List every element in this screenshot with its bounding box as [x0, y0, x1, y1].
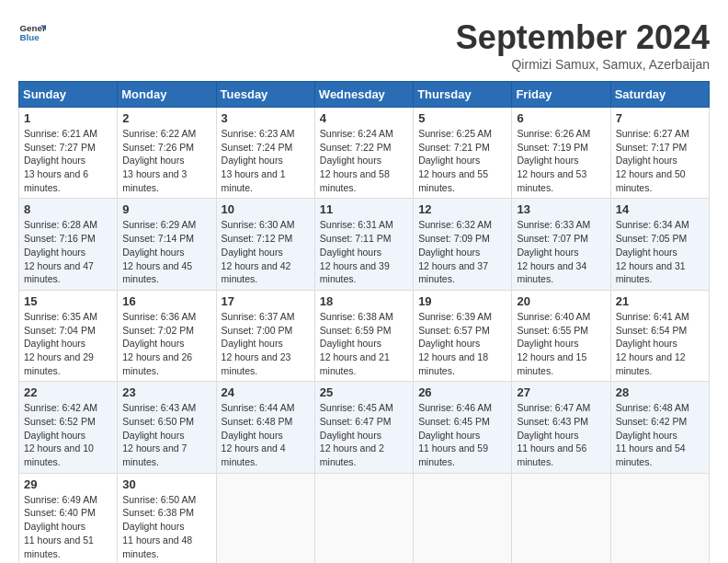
calendar-cell: 14Sunrise: 6:34 AMSunset: 7:05 PMDayligh…	[610, 199, 709, 290]
calendar-cell: 11Sunrise: 6:31 AMSunset: 7:11 PMDayligh…	[314, 199, 413, 290]
day-info: Sunrise: 6:31 AMSunset: 7:11 PMDaylight …	[320, 218, 408, 285]
day-info: Sunrise: 6:46 AMSunset: 6:45 PMDaylight …	[418, 401, 506, 468]
day-number: 9	[122, 202, 210, 216]
weekday-header-wednesday: Wednesday	[314, 82, 413, 108]
calendar-cell: 12Sunrise: 6:32 AMSunset: 7:09 PMDayligh…	[414, 199, 512, 290]
day-number: 13	[517, 202, 605, 216]
calendar-cell	[314, 473, 413, 563]
day-number: 10	[222, 202, 310, 216]
day-info: Sunrise: 6:36 AMSunset: 7:02 PMDaylight …	[122, 310, 210, 377]
day-number: 22	[24, 385, 112, 399]
day-number: 18	[320, 294, 408, 308]
location-subtitle: Qirmizi Samux, Samux, Azerbaijan	[456, 57, 710, 72]
day-info: Sunrise: 6:48 AMSunset: 6:42 PMDaylight …	[616, 401, 704, 468]
calendar-cell: 19Sunrise: 6:39 AMSunset: 6:57 PMDayligh…	[414, 290, 512, 381]
weekday-header-monday: Monday	[118, 82, 216, 108]
day-number: 4	[320, 111, 408, 125]
calendar-cell: 2Sunrise: 6:22 AMSunset: 7:26 PMDaylight…	[118, 108, 216, 199]
calendar-cell: 24Sunrise: 6:44 AMSunset: 6:48 PMDayligh…	[216, 382, 314, 473]
calendar-week-row: 8Sunrise: 6:28 AMSunset: 7:16 PMDaylight…	[19, 199, 710, 290]
day-number: 3	[222, 111, 310, 125]
day-info: Sunrise: 6:41 AMSunset: 6:54 PMDaylight …	[616, 310, 704, 377]
calendar-cell: 13Sunrise: 6:33 AMSunset: 7:07 PMDayligh…	[512, 199, 610, 290]
day-info: Sunrise: 6:37 AMSunset: 7:00 PMDaylight …	[222, 310, 310, 377]
day-info: Sunrise: 6:33 AMSunset: 7:07 PMDaylight …	[517, 218, 605, 285]
day-info: Sunrise: 6:22 AMSunset: 7:26 PMDaylight …	[122, 127, 210, 194]
calendar-cell: 1Sunrise: 6:21 AMSunset: 7:27 PMDaylight…	[19, 108, 118, 199]
calendar-cell: 23Sunrise: 6:43 AMSunset: 6:50 PMDayligh…	[118, 382, 216, 473]
calendar-cell: 30Sunrise: 6:50 AMSunset: 6:38 PMDayligh…	[118, 473, 216, 563]
day-info: Sunrise: 6:28 AMSunset: 7:16 PMDaylight …	[24, 218, 112, 285]
day-info: Sunrise: 6:26 AMSunset: 7:19 PMDaylight …	[517, 127, 605, 194]
day-info: Sunrise: 6:44 AMSunset: 6:48 PMDaylight …	[222, 401, 310, 468]
day-number: 11	[320, 202, 408, 216]
logo: General Blue	[18, 18, 46, 46]
weekday-header-row: SundayMondayTuesdayWednesdayThursdayFrid…	[19, 82, 710, 108]
calendar-cell	[414, 473, 512, 563]
day-number: 16	[122, 294, 210, 308]
day-info: Sunrise: 6:24 AMSunset: 7:22 PMDaylight …	[320, 127, 408, 194]
calendar-cell: 9Sunrise: 6:29 AMSunset: 7:14 PMDaylight…	[118, 199, 216, 290]
day-number: 5	[418, 111, 506, 125]
day-number: 26	[418, 385, 506, 399]
logo-icon: General Blue	[18, 18, 46, 46]
day-number: 30	[122, 477, 210, 491]
calendar-cell: 18Sunrise: 6:38 AMSunset: 6:59 PMDayligh…	[314, 290, 413, 381]
month-title: September 2024	[456, 18, 710, 57]
day-info: Sunrise: 6:42 AMSunset: 6:52 PMDaylight …	[24, 401, 112, 468]
calendar-cell: 22Sunrise: 6:42 AMSunset: 6:52 PMDayligh…	[19, 382, 118, 473]
calendar-cell: 15Sunrise: 6:35 AMSunset: 7:04 PMDayligh…	[19, 290, 118, 381]
day-info: Sunrise: 6:25 AMSunset: 7:21 PMDaylight …	[418, 127, 506, 194]
day-number: 25	[320, 385, 408, 399]
svg-text:General: General	[20, 23, 47, 33]
day-info: Sunrise: 6:23 AMSunset: 7:24 PMDaylight …	[222, 127, 310, 194]
day-info: Sunrise: 6:39 AMSunset: 6:57 PMDaylight …	[418, 310, 506, 377]
calendar-cell: 20Sunrise: 6:40 AMSunset: 6:55 PMDayligh…	[512, 290, 610, 381]
calendar-cell: 16Sunrise: 6:36 AMSunset: 7:02 PMDayligh…	[118, 290, 216, 381]
calendar-cell: 21Sunrise: 6:41 AMSunset: 6:54 PMDayligh…	[610, 290, 709, 381]
day-info: Sunrise: 6:40 AMSunset: 6:55 PMDaylight …	[517, 310, 605, 377]
title-area: September 2024 Qirmizi Samux, Samux, Aze…	[456, 18, 710, 72]
day-number: 14	[616, 202, 704, 216]
day-number: 19	[418, 294, 506, 308]
day-number: 23	[122, 385, 210, 399]
calendar-cell: 25Sunrise: 6:45 AMSunset: 6:47 PMDayligh…	[314, 382, 413, 473]
day-info: Sunrise: 6:47 AMSunset: 6:43 PMDaylight …	[517, 401, 605, 468]
calendar-cell: 6Sunrise: 6:26 AMSunset: 7:19 PMDaylight…	[512, 108, 610, 199]
header: General Blue September 2024 Qirmizi Samu…	[18, 18, 710, 72]
day-number: 6	[517, 111, 605, 125]
calendar-week-row: 22Sunrise: 6:42 AMSunset: 6:52 PMDayligh…	[19, 382, 710, 473]
calendar-week-row: 1Sunrise: 6:21 AMSunset: 7:27 PMDaylight…	[19, 108, 710, 199]
weekday-header-tuesday: Tuesday	[216, 82, 314, 108]
day-info: Sunrise: 6:38 AMSunset: 6:59 PMDaylight …	[320, 310, 408, 377]
weekday-header-friday: Friday	[512, 82, 610, 108]
day-info: Sunrise: 6:32 AMSunset: 7:09 PMDaylight …	[418, 218, 506, 285]
calendar-cell	[216, 473, 314, 563]
calendar-cell: 5Sunrise: 6:25 AMSunset: 7:21 PMDaylight…	[414, 108, 512, 199]
day-number: 7	[616, 111, 704, 125]
calendar-cell: 27Sunrise: 6:47 AMSunset: 6:43 PMDayligh…	[512, 382, 610, 473]
day-number: 2	[122, 111, 210, 125]
day-info: Sunrise: 6:49 AMSunset: 6:40 PMDaylight …	[24, 493, 112, 560]
day-number: 24	[222, 385, 310, 399]
day-info: Sunrise: 6:30 AMSunset: 7:12 PMDaylight …	[222, 218, 310, 285]
day-info: Sunrise: 6:43 AMSunset: 6:50 PMDaylight …	[122, 401, 210, 468]
day-number: 27	[517, 385, 605, 399]
calendar-cell: 17Sunrise: 6:37 AMSunset: 7:00 PMDayligh…	[216, 290, 314, 381]
calendar-week-row: 15Sunrise: 6:35 AMSunset: 7:04 PMDayligh…	[19, 290, 710, 381]
day-number: 20	[517, 294, 605, 308]
calendar-cell: 26Sunrise: 6:46 AMSunset: 6:45 PMDayligh…	[414, 382, 512, 473]
day-info: Sunrise: 6:29 AMSunset: 7:14 PMDaylight …	[122, 218, 210, 285]
day-number: 21	[616, 294, 704, 308]
day-number: 29	[24, 477, 112, 491]
calendar-cell: 28Sunrise: 6:48 AMSunset: 6:42 PMDayligh…	[610, 382, 709, 473]
day-info: Sunrise: 6:21 AMSunset: 7:27 PMDaylight …	[24, 127, 112, 194]
day-number: 17	[222, 294, 310, 308]
svg-text:Blue: Blue	[20, 32, 40, 42]
calendar-cell: 7Sunrise: 6:27 AMSunset: 7:17 PMDaylight…	[610, 108, 709, 199]
day-number: 1	[24, 111, 112, 125]
calendar-cell	[512, 473, 610, 563]
calendar-cell	[610, 473, 709, 563]
weekday-header-sunday: Sunday	[19, 82, 118, 108]
calendar-week-row: 29Sunrise: 6:49 AMSunset: 6:40 PMDayligh…	[19, 473, 710, 563]
